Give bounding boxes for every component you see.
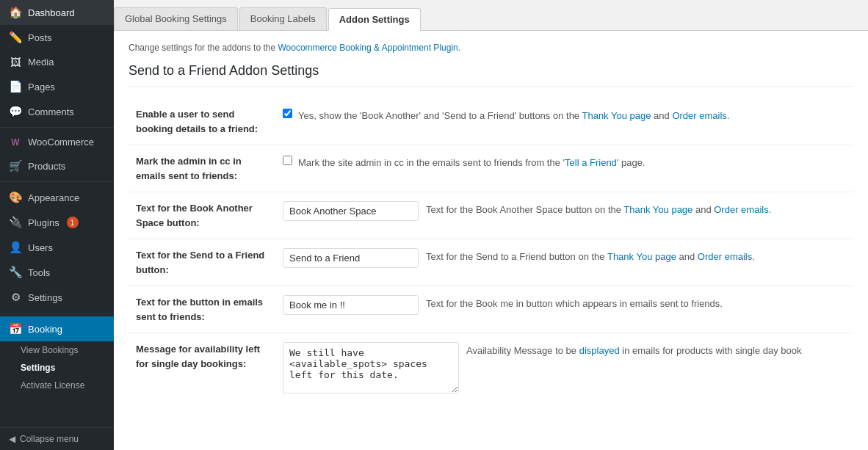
sidebar-item-woocommerce[interactable]: W WooCommerce: [0, 131, 114, 153]
page-description: Change settings for the addons to the Wo…: [129, 43, 853, 53]
field-row-button-emails: Text for the Book me in button which app…: [283, 295, 846, 315]
sidebar-item-media[interactable]: 🖼 Media: [0, 50, 114, 74]
sidebar-item-dashboard[interactable]: 🏠 Dashboard: [0, 0, 114, 25]
pages-icon: 📄: [9, 80, 22, 93]
sidebar-item-label: Pages: [28, 81, 55, 92]
sidebar-item-label: Plugins: [28, 217, 59, 228]
sidebar-sub-settings[interactable]: Settings: [0, 359, 114, 377]
field-label-book-another: Text for the Book Another Space button:: [136, 203, 253, 228]
plugin-link[interactable]: Woocommerce Booking & Appointment Plugin: [278, 43, 457, 53]
sidebar-item-label: Users: [28, 242, 53, 253]
field-label-enable: Enable a user to send booking details to…: [136, 109, 258, 134]
checkbox-enable[interactable]: [283, 109, 292, 118]
sidebar-item-users[interactable]: 👤 Users: [0, 235, 114, 260]
field-label-admin-cc: Mark the admin in cc in emails sent to f…: [136, 156, 242, 181]
sidebar-item-label: Media: [28, 57, 54, 68]
input-send-to-friend[interactable]: [283, 248, 419, 268]
setting-row-send-to-friend: Text for the Send to a Friend button: Te…: [129, 239, 853, 286]
sidebar-item-label: Booking: [28, 324, 62, 335]
field-row-send-to-friend: Text for the Send to a Friend button on …: [283, 248, 846, 268]
settings-table: Enable a user to send booking details to…: [129, 98, 853, 402]
sidebar-item-posts[interactable]: ✏️ Posts: [0, 25, 114, 50]
field-desc-button-emails: Text for the Book me in button which app…: [426, 295, 723, 311]
dashboard-icon: 🏠: [9, 6, 22, 19]
field-desc-enable: Yes, show the 'Book Another' and 'Send t…: [298, 107, 729, 123]
sidebar-sub-label: Settings: [21, 363, 55, 373]
collapse-label: Collapse menu: [20, 434, 79, 444]
users-icon: 👤: [9, 241, 22, 254]
order-emails-link-2[interactable]: Order emails: [714, 204, 768, 215]
thank-you-page-link-2[interactable]: Thank You page: [623, 204, 692, 215]
setting-row-button-emails: Text for the button in emails sent to fr…: [129, 286, 853, 333]
setting-row-admin-cc: Mark the admin in cc in emails sent to f…: [129, 145, 853, 192]
appearance-icon: 🎨: [9, 191, 22, 204]
field-desc-admin-cc: Mark the site admin in cc in the emails …: [298, 154, 645, 170]
tell-a-friend-link[interactable]: Tell a Friend: [565, 157, 617, 168]
section-title: Send to a Friend Addon Settings: [129, 63, 853, 87]
sidebar-item-tools[interactable]: 🔧 Tools: [0, 260, 114, 285]
tools-icon: 🔧: [9, 266, 22, 279]
setting-row-availability: Message for availability left for single…: [129, 333, 853, 403]
sidebar-sub-label: View Bookings: [21, 345, 79, 355]
field-label-button-emails: Text for the button in emails sent to fr…: [136, 297, 263, 322]
products-icon: 🛒: [9, 159, 22, 173]
comments-icon: 💬: [9, 105, 22, 118]
sidebar-item-label: Settings: [28, 292, 62, 303]
setting-row-book-another: Text for the Book Another Space button: …: [129, 192, 853, 239]
displayed-link[interactable]: displayed: [579, 345, 620, 356]
tabs-bar: Global Booking Settings Booking Labels A…: [114, 0, 868, 31]
field-desc-availability: Availability Message to be displayed in …: [466, 342, 801, 358]
sidebar-item-label: Dashboard: [28, 7, 75, 18]
content-area: Change settings for the addons to the Wo…: [114, 31, 868, 450]
field-desc-book-another: Text for the Book Another Space button o…: [426, 201, 771, 217]
main-content: Global Booking Settings Booking Labels A…: [114, 0, 868, 450]
sidebar-item-label: Tools: [28, 267, 50, 278]
collapse-menu[interactable]: ◀ Collapse menu: [0, 427, 114, 450]
sidebar-sub-activate-license[interactable]: Activate License: [0, 377, 114, 394]
sidebar-item-label: Appearance: [28, 192, 79, 203]
sidebar-item-products[interactable]: 🛒 Products: [0, 153, 114, 178]
sidebar-item-appearance[interactable]: 🎨 Appearance: [0, 185, 114, 210]
plugins-icon: 🔌: [9, 216, 22, 229]
field-desc-send-to-friend: Text for the Send to a Friend button on …: [426, 248, 755, 264]
input-book-another-space[interactable]: [283, 201, 419, 221]
tab-addon-settings[interactable]: Addon Settings: [328, 8, 421, 31]
tab-booking-labels[interactable]: Booking Labels: [239, 7, 327, 30]
thank-you-page-link[interactable]: Thank You page: [582, 110, 651, 121]
order-emails-link-1[interactable]: Order emails: [672, 110, 726, 121]
sidebar-sub-view-bookings[interactable]: View Bookings: [0, 341, 114, 359]
media-icon: 🖼: [9, 56, 22, 68]
sidebar-sub-label: Activate License: [21, 380, 84, 391]
sidebar-item-comments[interactable]: 💬 Comments: [0, 99, 114, 124]
sidebar-item-plugins[interactable]: 🔌 Plugins 1: [0, 210, 114, 235]
order-emails-link-3[interactable]: Order emails: [698, 251, 752, 262]
tab-global-booking-settings[interactable]: Global Booking Settings: [114, 7, 238, 30]
sidebar-item-label: Comments: [28, 106, 74, 117]
setting-row-enable: Enable a user to send booking details to…: [129, 98, 853, 145]
checkbox-row-admin-cc: Mark the site admin in cc in the emails …: [283, 154, 846, 170]
field-row-availability: We still have <available_spots> spaces l…: [283, 342, 846, 393]
sidebar: 🏠 Dashboard ✏️ Posts 🖼 Media 📄 Pages 💬 C…: [0, 0, 114, 450]
checkbox-row-enable: Yes, show the 'Book Another' and 'Send t…: [283, 107, 846, 123]
plugins-badge: 1: [67, 217, 79, 228]
collapse-icon: ◀: [9, 434, 15, 444]
input-button-emails[interactable]: [283, 295, 419, 315]
sidebar-item-settings[interactable]: ⚙ Settings: [0, 285, 114, 310]
booking-icon: 📅: [9, 322, 22, 335]
sidebar-item-label: Posts: [28, 32, 52, 43]
settings-icon: ⚙: [9, 291, 22, 304]
sidebar-item-label: WooCommerce: [28, 137, 94, 148]
sidebar-item-label: Products: [28, 161, 65, 172]
field-label-send-to-friend: Text for the Send to a Friend button:: [136, 250, 264, 275]
field-label-availability: Message for availability left for single…: [136, 344, 260, 369]
field-row-book-another: Text for the Book Another Space button o…: [283, 201, 846, 221]
thank-you-page-link-3[interactable]: Thank You page: [607, 251, 676, 262]
checkbox-admin-cc[interactable]: [283, 156, 292, 165]
sidebar-item-pages[interactable]: 📄 Pages: [0, 74, 114, 99]
textarea-availability[interactable]: We still have <available_spots> spaces l…: [283, 342, 459, 393]
sidebar-item-booking[interactable]: 📅 Booking: [0, 316, 114, 341]
posts-icon: ✏️: [9, 31, 22, 44]
woocommerce-icon: W: [9, 137, 22, 148]
